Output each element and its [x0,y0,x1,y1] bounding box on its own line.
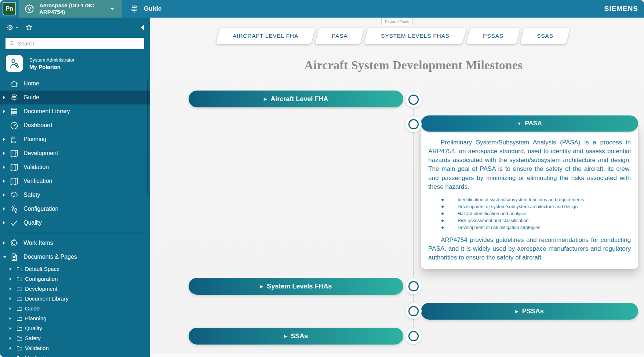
expander-icon[interactable] [10,347,11,350]
sidebar-item-configuration[interactable]: Configuration [0,202,150,216]
timeline-node [405,278,422,294]
expander-open-icon[interactable] [3,256,6,258]
expander-icon[interactable] [10,268,11,270]
ribbon-tab-ssas[interactable]: SSAS [520,28,570,44]
expand-triangle-icon: ▶ [284,334,287,338]
milestone-pasa-header[interactable]: ▼ PASA [421,115,638,132]
bullet-icon [441,199,444,201]
project-selector[interactable]: Aerospace (DO-178C ARP4754) [19,0,122,18]
ribbon-tab-pasa[interactable]: PASA [315,28,364,44]
sidebar-scrollbar[interactable] [147,79,148,196]
expander-icon[interactable] [3,180,5,183]
space-item-configuration[interactable]: Configuration [0,274,150,284]
expander-icon[interactable] [10,297,11,300]
expander-icon[interactable] [3,194,5,196]
expander-icon[interactable] [3,138,5,141]
expander-icon[interactable] [3,242,5,244]
sidebar-item-label: Documents & Pages [23,254,77,260]
ribbon-tab-aircraft-level-fha[interactable]: AIRCRAFT LEVEL FHA [216,28,315,44]
expander-icon[interactable] [10,307,11,310]
pasa-bullet-list: Identification of system/subsystem funct… [428,196,631,231]
space-item-label: Validation [25,345,49,351]
bullet-icon [441,213,444,215]
sidebar-toolbar [6,22,144,33]
expander-icon[interactable] [3,152,5,155]
sidebar-item-planning[interactable]: Planning [0,132,150,146]
sidebar-item-document-library[interactable]: Document Library [0,104,150,118]
milestone-aircraft-level-fha[interactable]: ▶ Aircraft Level FHA [189,91,403,107]
topbar-guide-label: Guide [144,5,161,12]
milestone-system-levels-fhas[interactable]: ▶ System Levels FHAs [189,278,403,295]
expander-icon[interactable] [3,221,5,224]
star-icon[interactable] [25,23,33,32]
expander-icon[interactable] [3,96,5,99]
folder-icon [16,305,23,312]
my-polarion-link[interactable]: My Polarion [29,64,74,70]
space-item-development[interactable]: Development [0,284,150,294]
expand-tools-button[interactable]: Expand Tools [381,18,413,25]
space-item-default-space[interactable]: Default Space [0,264,150,274]
bullet-icon [441,220,444,222]
sidebar-search [6,38,144,49]
sidebar-item-home[interactable]: Home [0,77,150,91]
space-item-label: Development [25,286,57,292]
space-item-quality[interactable]: Quality [0,323,150,333]
sidebar-item-quality[interactable]: Quality [0,216,150,230]
milestone-label: SSAs [291,332,308,340]
sidebar-item-safety[interactable]: Safety [0,188,150,202]
sidebar-item-guide[interactable]: Guide [0,91,150,104]
milestone-pssas[interactable]: ▶ PSSAs [421,303,638,320]
space-item-label: Document Library [25,295,68,302]
sidebar-item-label: Planning [23,136,46,143]
ribbon-tab-label: PASA [332,33,348,39]
timeline-node [405,116,422,132]
expander-icon[interactable] [3,166,5,169]
avatar[interactable] [6,55,23,72]
expander-icon[interactable] [10,277,11,280]
topbar-guide-tab[interactable]: Guide [129,0,161,18]
sidebar-item-dashboard[interactable]: Dashboard [0,118,150,132]
sidebar-item-development[interactable]: Development [0,146,150,160]
sidebar-item-work-items[interactable]: Work Items [0,236,150,250]
polarion-app-window: Pn Aerospace (DO-178C ARP4754) Guide SIE… [0,0,644,357]
ribbon-tab-system-levels-fhas[interactable]: SYSTEM LEVELS FHAS [364,28,466,44]
gear-icon[interactable] [6,23,14,32]
space-item-safety[interactable]: Safety [0,333,150,343]
space-item-document-library[interactable]: Document Library [0,294,150,303]
sidebar-item-label: Home [23,80,39,87]
sidebar-item-label: Configuration [23,206,58,212]
sidebar-item-validation[interactable]: Validation [0,160,150,174]
list-item: Hazard identification and analysis [428,210,631,217]
folder-icon [16,295,23,302]
search-input[interactable] [6,38,144,49]
expander-icon[interactable] [10,287,11,290]
expander-icon[interactable] [10,337,11,340]
folder-icon [16,266,23,272]
milestone-ssas[interactable]: ▶ SSAs [189,328,403,345]
expand-triangle-icon: ▶ [515,309,518,313]
sidebar-item-verification[interactable]: Verification [0,174,150,188]
top-bar: Pn Aerospace (DO-178C ARP4754) Guide SIE… [0,0,644,18]
space-item-verification[interactable]: Verification [0,353,150,357]
expander-icon[interactable] [3,110,5,113]
ribbon-tab-pssas[interactable]: PSSAS [466,28,520,44]
sidebar-item-documents-pages[interactable]: Documents & Pages [0,250,150,264]
space-item-guide[interactable]: Guide [0,303,150,313]
dashboard-gauge-icon [10,121,19,130]
project-name: Aerospace (DO-178C ARP4754) [39,2,109,15]
ribbon-tab-label: PSSAS [483,33,503,39]
space-item-validation[interactable]: Validation [0,343,150,353]
bullet-text: Risk assessment and classification [458,217,528,224]
gear-caret-icon[interactable] [15,27,18,28]
space-item-planning[interactable]: Planning [0,313,150,323]
library-icon [10,107,19,116]
polarion-logo[interactable]: Pn [3,2,16,15]
expander-icon[interactable] [10,327,11,330]
expander-icon[interactable] [10,317,11,320]
map-icon [10,149,19,158]
expander-icon[interactable] [3,207,5,210]
user-profile[interactable]: System Administrator My Polarion [6,55,150,72]
sidebar-item-label: Quality [23,220,42,226]
list-item: Development of risk mitigation strategie… [428,224,631,231]
collapse-panel-icon[interactable] [141,25,144,30]
